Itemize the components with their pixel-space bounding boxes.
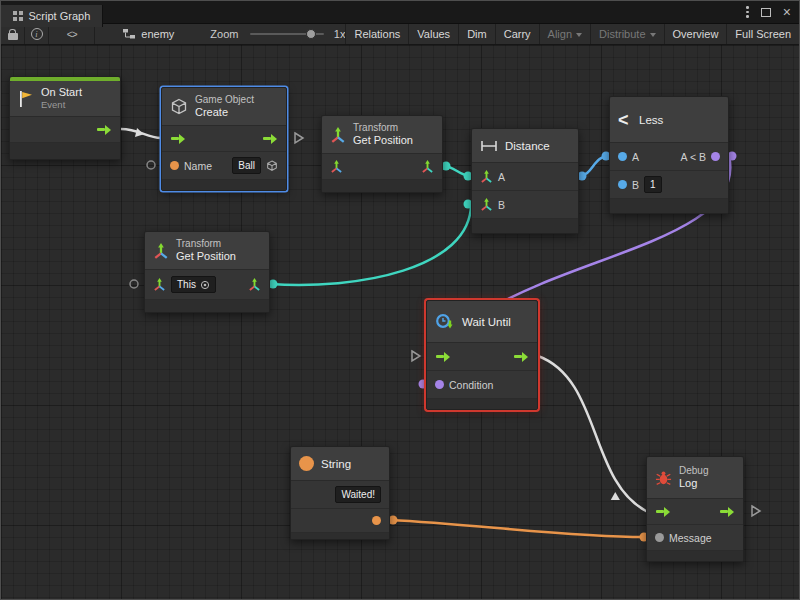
zoom-slider[interactable] — [250, 33, 323, 35]
node-distance[interactable]: Distance A B — [471, 128, 579, 234]
flow-out-port[interactable] — [96, 124, 112, 136]
game-object-type-icon — [266, 160, 278, 172]
result-label: A < B — [681, 151, 706, 163]
chevron-down-icon — [576, 33, 582, 37]
script-graph-icon — [13, 11, 23, 21]
button-label: Relations — [354, 28, 400, 40]
machine-icon — [123, 29, 135, 39]
toolbar-button-fullscreen[interactable]: Full Screen — [726, 24, 799, 44]
result-output-port[interactable] — [711, 152, 720, 161]
transform-input-port[interactable] — [153, 278, 166, 291]
input-port-a[interactable] — [618, 152, 627, 161]
toolbar-button-relations[interactable]: Relations — [345, 24, 408, 44]
position-output-port[interactable] — [248, 278, 261, 291]
node-footer — [291, 533, 389, 539]
name-input-port[interactable] — [170, 161, 179, 170]
wire-waituntil-to-debuglog — [538, 356, 646, 511]
node-footer — [647, 551, 743, 561]
target-field-value: This — [177, 278, 196, 291]
node-debug-log[interactable]: Debug Log Message — [646, 456, 744, 562]
node-header: Game Object Create — [162, 88, 286, 126]
close-icon[interactable] — [783, 5, 791, 19]
position-output-port[interactable] — [421, 160, 434, 173]
wire-string-to-debuglog-message — [390, 520, 644, 537]
node-title: Get Position — [176, 250, 236, 263]
toolbar-button-align[interactable]: Align — [539, 24, 590, 44]
flow-in-port[interactable] — [170, 133, 186, 145]
flag-icon — [18, 90, 34, 108]
tab-title: Script Graph — [29, 10, 91, 22]
node-on-start-event[interactable]: On Start Event — [9, 76, 121, 160]
flow-out-port[interactable] — [513, 351, 529, 363]
zoom-handle[interactable] — [306, 29, 316, 39]
toolbar-button-dim[interactable]: Dim — [458, 24, 495, 44]
node-title: String — [321, 458, 351, 470]
code-view-button[interactable] — [49, 24, 95, 44]
node-footer — [472, 219, 578, 233]
window-controls — [746, 1, 791, 23]
graph-canvas[interactable]: On Start Event Game Object Create — [1, 45, 800, 600]
condition-input-port[interactable] — [435, 380, 444, 389]
flow-out-port[interactable] — [719, 506, 735, 518]
wire-arrowhead — [611, 492, 622, 504]
target-field[interactable]: This — [171, 276, 216, 293]
node-wait-until[interactable]: Wait Until Condition — [426, 300, 538, 410]
input-port-b[interactable] — [618, 180, 627, 189]
node-title: Distance — [505, 140, 550, 152]
lock-button[interactable] — [1, 24, 25, 44]
control-port-row — [162, 126, 286, 152]
window-menu-icon[interactable] — [746, 6, 749, 18]
inspect-button[interactable] — [25, 24, 49, 44]
node-subtitle: Event — [41, 99, 82, 110]
message-input-port[interactable] — [655, 533, 664, 542]
value-port-row — [322, 154, 442, 180]
name-port-row: Name Ball — [162, 152, 286, 180]
transform-input-port[interactable] — [330, 160, 343, 173]
machine-selector[interactable]: enemy — [123, 28, 174, 40]
toolbar-button-distribute[interactable]: Distribute — [590, 24, 663, 44]
maximize-icon[interactable] — [761, 8, 771, 17]
flow-in-port[interactable] — [655, 506, 671, 518]
node-header: String — [291, 447, 389, 481]
toolbar-button-values[interactable]: Values — [408, 24, 458, 44]
vector-input-port-b[interactable] — [480, 198, 493, 211]
port-label: B — [632, 179, 639, 191]
port-row-b: B 1 — [610, 171, 728, 199]
node-header: Wait Until — [427, 301, 537, 343]
toolbar-button-overview[interactable]: Overview — [664, 24, 727, 44]
flow-in-port[interactable] — [435, 351, 451, 363]
toolbar-button-carry[interactable]: Carry — [495, 24, 539, 44]
node-title: Create — [195, 106, 254, 119]
string-output-port[interactable] — [372, 516, 381, 525]
graph-toolbar: enemy Zoom 1x Relations Values Dim Carry… — [1, 23, 799, 45]
name-field[interactable]: Ball — [232, 157, 261, 174]
node-header: Debug Log — [647, 457, 743, 499]
info-icon — [31, 28, 43, 40]
code-icon — [67, 29, 77, 40]
flow-out-port[interactable] — [262, 133, 278, 145]
bug-icon — [655, 470, 672, 486]
object-picker-icon[interactable] — [200, 280, 210, 290]
port-label: B — [498, 199, 505, 211]
port-row-b: B — [472, 191, 578, 219]
vector-input-port-a[interactable] — [480, 170, 493, 183]
output-port-row — [291, 509, 389, 533]
node-game-object-create[interactable]: Game Object Create Name Ball — [161, 87, 287, 191]
port-label: Condition — [449, 379, 493, 391]
node-get-position-bottom[interactable]: Transform Get Position This — [144, 231, 270, 313]
node-string-literal[interactable]: String Waited! — [290, 446, 390, 540]
unconnected-flow-hint — [752, 506, 760, 516]
node-less[interactable]: Less A A < B B 1 — [609, 96, 729, 214]
button-label: Dim — [467, 28, 487, 40]
blue-wire-endpoints — [578, 152, 611, 181]
button-label: Values — [417, 28, 450, 40]
string-value-field[interactable]: Waited! — [335, 486, 381, 503]
message-port-row: Message — [647, 525, 743, 551]
control-port-row — [10, 117, 120, 143]
b-value-field[interactable]: 1 — [644, 176, 662, 193]
lock-icon — [8, 33, 18, 40]
less-icon — [618, 111, 632, 129]
tab-script-graph[interactable]: Script Graph — [1, 5, 103, 27]
button-label: Align — [548, 28, 572, 40]
node-get-position-top[interactable]: Transform Get Position — [321, 115, 443, 193]
